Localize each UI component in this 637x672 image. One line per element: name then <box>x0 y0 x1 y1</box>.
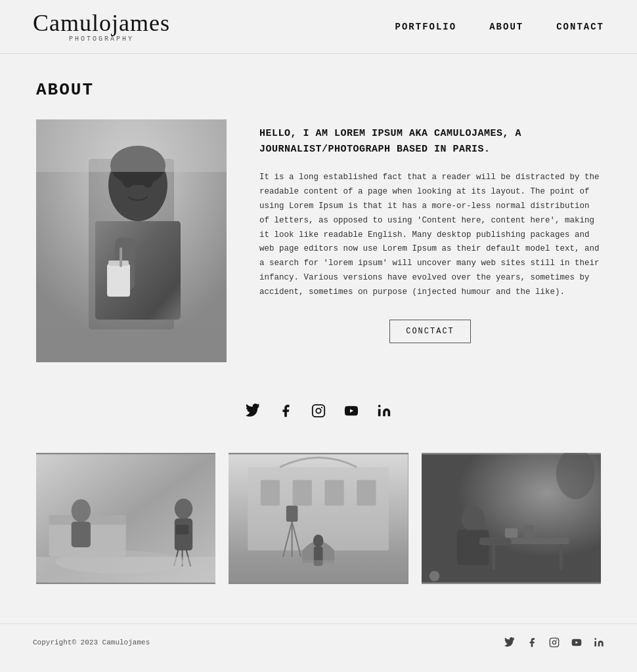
nav-contact[interactable]: CONTACT <box>556 22 604 32</box>
svg-rect-23 <box>72 522 91 547</box>
about-section: HELLO, I AM LOREM IPSUM AKA CAMULOJAMES,… <box>36 119 601 362</box>
facebook-icon[interactable] <box>276 402 295 420</box>
svg-point-15 <box>316 408 320 413</box>
svg-rect-51 <box>456 530 489 566</box>
about-body: It is a long established fact that a rea… <box>259 171 601 300</box>
contact-button[interactable]: CONCTACT <box>389 320 471 343</box>
footer-instagram-icon[interactable] <box>549 637 560 648</box>
svg-rect-9 <box>120 247 122 267</box>
svg-rect-54 <box>524 525 534 538</box>
site-header: Camulojames PHOTOGRAPHY PORTFOLIO ABOUT … <box>0 0 637 54</box>
nav-about[interactable]: ABOUT <box>489 22 523 32</box>
about-text-area: HELLO, I AM LOREM IPSUM AKA CAMULOJAMES,… <box>259 119 601 350</box>
svg-rect-36 <box>325 480 344 505</box>
footer-youtube-icon[interactable] <box>571 637 582 648</box>
svg-rect-8 <box>108 261 129 266</box>
svg-point-58 <box>552 640 556 644</box>
gallery-item-3 <box>422 453 601 584</box>
gallery-img-2 <box>229 453 408 584</box>
social-icons-row <box>36 395 601 427</box>
about-headline: HELLO, I AM LOREM IPSUM AKA CAMULOJAMES,… <box>259 126 601 158</box>
svg-rect-31 <box>36 557 215 583</box>
site-footer: Copyright© 2023 Camulojames <box>0 623 637 661</box>
logo-script: Camulojames <box>33 11 170 35</box>
svg-rect-13 <box>36 329 227 362</box>
footer-twitter-icon[interactable] <box>504 637 515 648</box>
svg-rect-49 <box>560 544 563 570</box>
page-title: ABOUT <box>36 80 601 100</box>
svg-rect-37 <box>357 480 376 505</box>
svg-point-50 <box>461 505 484 531</box>
svg-rect-52 <box>479 537 512 545</box>
footer-copyright: Copyright© 2023 Camulojames <box>33 639 150 646</box>
nav-portfolio[interactable]: PORTFOLIO <box>395 22 457 32</box>
svg-rect-48 <box>492 544 495 570</box>
svg-rect-26 <box>176 525 189 535</box>
svg-point-59 <box>556 640 558 641</box>
svg-rect-34 <box>261 480 280 505</box>
svg-rect-14 <box>313 405 324 417</box>
svg-point-24 <box>175 499 192 519</box>
svg-rect-7 <box>107 264 130 297</box>
svg-point-16 <box>321 407 322 408</box>
svg-point-10 <box>123 176 133 188</box>
linkedin-icon[interactable] <box>375 402 393 420</box>
footer-facebook-icon[interactable] <box>527 637 537 648</box>
gallery-item-1 <box>36 453 215 584</box>
gallery-img-1 <box>36 453 215 584</box>
svg-rect-53 <box>505 528 518 538</box>
svg-point-38 <box>313 534 324 547</box>
instagram-icon[interactable] <box>309 402 328 420</box>
svg-rect-35 <box>293 480 312 505</box>
footer-social-icons <box>504 637 604 648</box>
main-nav: PORTFOLIO ABOUT CONTACT <box>395 22 604 32</box>
gallery <box>36 453 601 584</box>
main-content: ABOUT <box>23 54 614 623</box>
svg-rect-57 <box>550 638 558 646</box>
logo-subtitle: PHOTOGRAPHY <box>33 36 170 43</box>
svg-rect-40 <box>286 505 298 521</box>
svg-point-11 <box>143 176 153 188</box>
svg-point-18 <box>378 405 381 408</box>
svg-point-56 <box>429 571 439 581</box>
svg-point-61 <box>594 638 596 640</box>
gallery-img-3 <box>422 453 601 584</box>
logo[interactable]: Camulojames PHOTOGRAPHY <box>33 11 170 43</box>
footer-linkedin-icon[interactable] <box>594 637 604 648</box>
youtube-icon[interactable] <box>342 402 361 420</box>
gallery-item-2 <box>229 453 408 584</box>
twitter-icon[interactable] <box>244 402 262 420</box>
svg-rect-44 <box>229 560 408 582</box>
about-photo-svg <box>36 119 227 362</box>
about-photo <box>36 119 227 362</box>
svg-point-22 <box>72 499 91 522</box>
svg-rect-12 <box>36 119 227 172</box>
